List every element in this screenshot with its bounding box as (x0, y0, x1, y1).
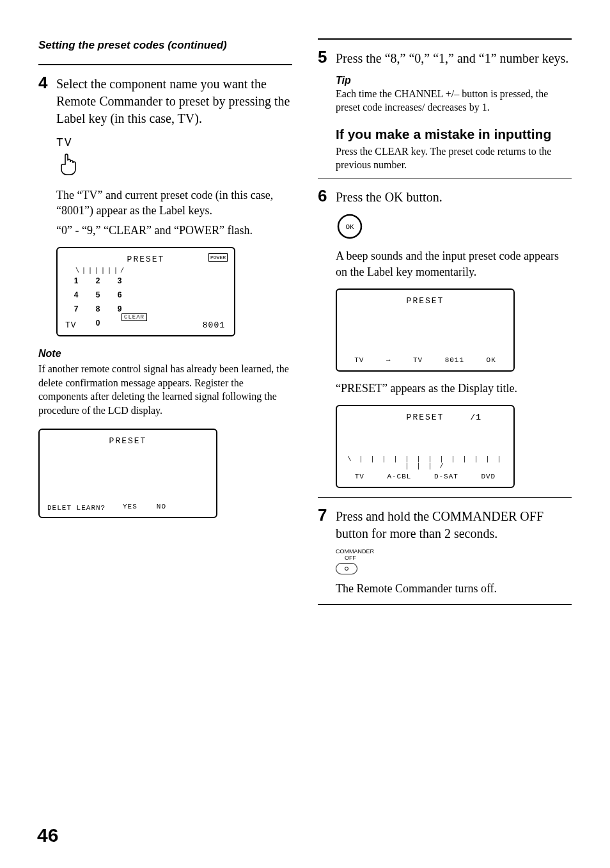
step-4: 4 Select the component name you want the… (38, 74, 292, 127)
left-column: Setting the preset codes (continued) 4 S… (38, 38, 292, 614)
note-heading: Note (38, 348, 292, 359)
lcd-preset-result: PRESET TV → TV 8011 OK (336, 288, 515, 372)
lcd-title: PRESET (407, 413, 444, 422)
commander-off-icon: COMMANDER OFF (336, 549, 572, 574)
lcd-bottom-left: TV (65, 320, 77, 330)
lcd-bottom-row: TV → TV 8011 OK (337, 356, 513, 364)
tip-heading: Tip (336, 75, 572, 86)
commander-label-2: OFF (336, 555, 572, 562)
lcd-title: PRESET (127, 255, 165, 264)
tv-label: TV (56, 136, 292, 149)
divider (318, 178, 572, 178)
step-5: 5 Press the “8,” “0,” “1,” and “1” numbe… (318, 49, 572, 67)
lcd-preset-keypad: PRESET POWER \ | | | | | | / 1 2 3 4 5 6… (56, 247, 235, 336)
off-button-shape (336, 563, 357, 574)
mistake-text: Press the CLEAR key. The preset code ret… (336, 145, 572, 172)
clear-key: CLEAR (121, 313, 147, 321)
ok-button-icon: OK (336, 212, 572, 241)
lcd-title: PRESET (407, 296, 444, 306)
hand-press-icon (56, 152, 292, 177)
divider (318, 604, 572, 605)
step-text: Press and hold the COMMANDER OFF button … (336, 508, 572, 542)
tip-text: Each time the CHANNEL +/– button is pres… (336, 88, 572, 114)
preset-appears-text: “PRESET” appears as the Display title. (336, 381, 572, 396)
commander-label-1: COMMANDER (336, 549, 572, 555)
tv-press-illustration: TV (56, 136, 292, 177)
step-number: 4 (38, 74, 51, 91)
lcd-preset-devices: PRESET /1 \ | | | | | | | | | | | | | | … (336, 405, 515, 488)
no-option: NO (157, 503, 166, 510)
lcd-page: /1 (470, 413, 481, 422)
step-text: Select the component name you want the R… (56, 75, 292, 127)
step-number: 6 (318, 187, 331, 204)
power-icon: POWER (208, 253, 228, 262)
step7-after: The Remote Commander turns off. (336, 581, 572, 596)
lcd-bottom-right: 8001 (203, 320, 225, 330)
note-text: If another remote control signal has alr… (38, 362, 292, 417)
divider (318, 497, 572, 498)
step-number: 7 (318, 507, 331, 523)
step-7: 7 Press and hold the COMMANDER OFF butto… (318, 507, 572, 542)
section-title: Setting the preset codes (continued) (38, 38, 292, 52)
svg-text:OK: OK (345, 223, 354, 231)
divider (318, 38, 572, 40)
lcd-delete-learn: PRESET DELET LEARN? YES NO (38, 429, 217, 518)
step6-after: A beep sounds and the input preset code … (336, 248, 572, 280)
lcd-device-row: TV A-CBL D-SAT DVD (337, 473, 513, 480)
step-6: 6 Press the OK button. (318, 187, 572, 206)
lcd-title: PRESET (109, 436, 147, 446)
right-column: 5 Press the “8,” “0,” “1,” and “1” numbe… (318, 38, 572, 614)
yes-option: YES (123, 503, 137, 510)
lcd-prompt: DELET LEARN? (47, 504, 106, 512)
step-text: Press the OK button. (336, 189, 572, 206)
step-after-text-1: The “TV” and current preset code (in thi… (56, 187, 292, 219)
yes-no-row: YES NO (123, 503, 166, 510)
page-number: 46 (37, 825, 58, 846)
step-text: Press the “8,” “0,” “1,” and “1” number … (336, 50, 572, 67)
step-number: 5 (318, 49, 331, 65)
keypad-digits: 1 2 3 4 5 6 7 8 9 0 (68, 276, 128, 331)
step-after-text-2: “0” - “9,” “CLEAR” and “POWER” flash. (56, 223, 292, 238)
mistake-heading: If you make a mistake in inputting (336, 126, 572, 143)
divider (38, 64, 292, 65)
